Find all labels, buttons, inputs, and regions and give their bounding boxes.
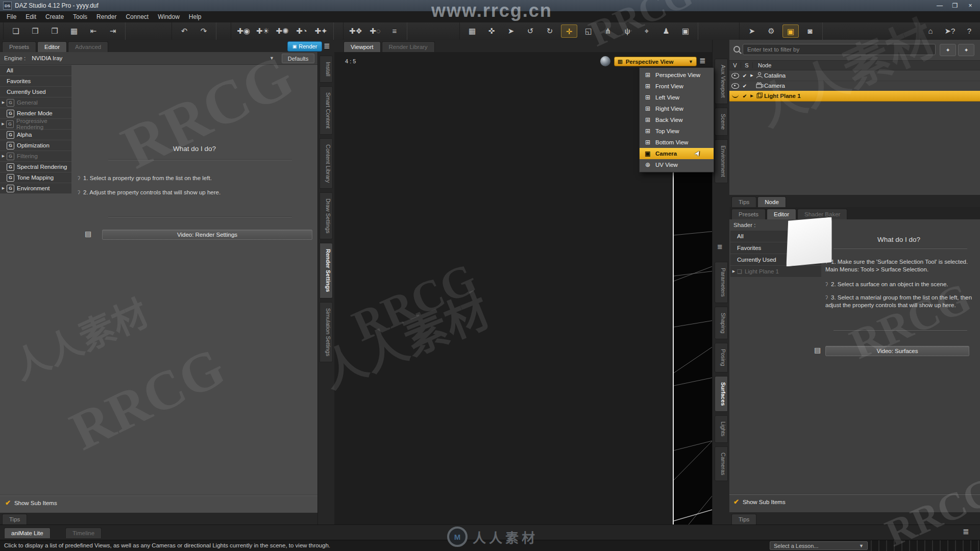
create-distant-light-icon[interactable]: ✚☀ xyxy=(255,24,271,38)
cursor-check-icon[interactable] xyxy=(741,83,749,89)
view-menu-item-front-view[interactable]: ⊞Front View xyxy=(640,81,714,92)
tab-tips[interactable]: Tips xyxy=(2,514,27,524)
property-group-all[interactable]: All xyxy=(0,65,71,76)
menu-window[interactable]: Window xyxy=(153,12,184,21)
scene-node-light-plane-1[interactable]: Light Plane 1 xyxy=(729,91,980,102)
view-menu-item-uv-view[interactable]: ⊕UV View xyxy=(640,159,714,170)
dock-tab-cameras[interactable]: Cameras xyxy=(715,446,728,482)
expander-icon[interactable]: ▶ xyxy=(0,154,7,158)
home-icon[interactable]: ⌂ xyxy=(922,24,939,38)
expander-icon[interactable] xyxy=(749,94,755,98)
tab-advanced[interactable]: Advanced xyxy=(68,41,108,52)
property-group-environment[interactable]: ▶Environment xyxy=(0,183,71,194)
camera-cursor-icon[interactable]: ▣ xyxy=(677,24,694,38)
redo-icon[interactable]: ↷ xyxy=(195,24,212,38)
tab-editor[interactable]: Editor xyxy=(37,41,67,52)
create-point-light-icon[interactable]: ✚✺ xyxy=(274,24,290,38)
video-surfaces-button[interactable]: Video: Surfaces xyxy=(825,346,969,356)
property-group-spectral-rendering[interactable]: Spectral Rendering xyxy=(0,162,71,172)
render-active-icon[interactable]: ▣ xyxy=(782,24,799,38)
orbit-sphere-gizmo[interactable] xyxy=(600,56,610,66)
lesson-strip[interactable] xyxy=(871,540,980,551)
property-group-currently-used[interactable]: Currently Used xyxy=(0,87,71,97)
dock-tab-lights[interactable]: Lights xyxy=(715,415,728,442)
new-file-icon[interactable]: ❏ xyxy=(8,24,24,38)
dock-tab-shaping[interactable]: Shaping xyxy=(715,307,728,339)
menu-connect[interactable]: Connect xyxy=(121,12,153,21)
dock-tab-posing[interactable]: Posing xyxy=(715,343,728,372)
view-menu-item-camera[interactable]: ▣Camera➤ xyxy=(640,148,714,159)
dock-tab-smart-content[interactable]: Smart Content xyxy=(320,86,333,135)
cursor-check-icon[interactable] xyxy=(741,73,749,79)
tab-render-library[interactable]: Render Library xyxy=(382,41,435,52)
export-icon[interactable]: ⇥ xyxy=(105,24,121,38)
view-selector-button[interactable]: ⊞ Perspective View ▼ xyxy=(614,57,697,66)
eye-icon[interactable] xyxy=(731,73,739,79)
minimize-button[interactable]: — xyxy=(932,2,947,9)
tab-shader-baker[interactable]: Shader Baker xyxy=(797,209,847,219)
expander-icon[interactable]: ▶ xyxy=(730,269,737,273)
bone-tool-icon[interactable]: ⋔ xyxy=(600,24,616,38)
property-group-render-mode[interactable]: Render Mode xyxy=(0,108,71,119)
tab-tips[interactable]: Tips xyxy=(731,196,756,207)
view-menu-item-bottom-view[interactable]: ⊞Bottom View xyxy=(640,137,714,148)
dock-tab-simulation-settings[interactable]: Simulation Settings xyxy=(320,302,333,362)
tab-timeline[interactable]: Timeline xyxy=(65,528,102,538)
tab-presets[interactable]: Presets xyxy=(731,209,766,219)
create-spotlight-icon[interactable]: ✚✦ xyxy=(313,24,329,38)
pointer-tool-icon[interactable]: ➤ xyxy=(503,24,519,38)
expander-icon[interactable] xyxy=(749,73,755,78)
tab-animate-lite[interactable]: aniMate Lite xyxy=(4,528,51,538)
filter-next-button[interactable]: ✦ xyxy=(958,44,974,56)
dock-tab-aux-viewport[interactable]: Aux Viewport xyxy=(715,59,728,104)
cursor-check-icon[interactable] xyxy=(741,93,749,99)
shader-item-light-plane-1[interactable]: ▶❑Light Plane 1 xyxy=(730,266,821,278)
gear-tool-icon[interactable]: ⚙ xyxy=(763,24,779,38)
surface-selection-icon[interactable]: ⌖ xyxy=(639,24,655,38)
create-primitive-icon[interactable]: ✚❖ xyxy=(348,24,364,38)
show-sub-items-row[interactable]: Show Sub Items xyxy=(5,499,57,507)
close-button[interactable]: × xyxy=(963,2,978,9)
help-icon[interactable]: ? xyxy=(961,24,977,38)
menu-help[interactable]: Help xyxy=(184,12,206,21)
create-linear-light-icon[interactable]: ✚◔ xyxy=(293,24,310,38)
create-null-icon[interactable]: ✚◌ xyxy=(367,24,383,38)
rotate-cursor-tool-icon[interactable]: ↺ xyxy=(522,24,538,38)
tab-node[interactable]: Node xyxy=(757,196,786,207)
expander-icon[interactable]: ▶ xyxy=(0,122,6,126)
menu-render[interactable]: Render xyxy=(92,12,121,21)
tab-viewport[interactable]: Viewport xyxy=(344,41,381,52)
lesson-dropdown[interactable]: Select a Lesson... ▼ xyxy=(770,541,868,550)
dock-tab-render-settings[interactable]: Render Settings xyxy=(320,243,333,298)
expander-icon[interactable]: ▶ xyxy=(0,101,7,105)
expander-icon[interactable]: ▶ xyxy=(0,186,7,190)
view-menu-item-left-view[interactable]: ⊞Left View xyxy=(640,92,714,103)
tab-presets[interactable]: Presets xyxy=(2,41,36,52)
dock-tab-scene[interactable]: Scene xyxy=(715,108,728,136)
property-group-general[interactable]: ▶General xyxy=(0,97,71,108)
scene-node-camera[interactable]: Camera xyxy=(729,81,980,91)
menu-file[interactable]: File xyxy=(2,12,21,21)
undo-icon[interactable]: ↶ xyxy=(176,24,192,38)
property-group-filtering[interactable]: ▶Filtering xyxy=(0,151,71,162)
menu-create[interactable]: Create xyxy=(41,12,68,21)
eye-closed-icon[interactable] xyxy=(732,94,739,98)
eye-icon[interactable] xyxy=(731,83,739,89)
filter-prev-button[interactable]: ✦ xyxy=(940,44,956,56)
view-menu-item-right-view[interactable]: ⊞Right View xyxy=(640,103,714,114)
joint-editor-icon[interactable]: ψ xyxy=(619,24,635,38)
dock-tab-surfaces[interactable]: Surfaces xyxy=(715,376,728,412)
scene-node-catalina[interactable]: Catalina xyxy=(729,70,980,81)
figure-tool-icon[interactable]: ♟ xyxy=(658,24,674,38)
save-file-icon[interactable]: ▦ xyxy=(66,24,82,38)
defaults-button[interactable]: Defaults xyxy=(282,54,314,63)
menu-edit[interactable]: Edit xyxy=(21,12,41,21)
property-group-progressive-rendering[interactable]: ▶Progressive Rendering xyxy=(0,119,71,130)
dock-tab-environment[interactable]: Environment xyxy=(715,139,728,183)
property-group-alpha[interactable]: Alpha xyxy=(0,130,71,140)
dock-options-icon[interactable]: ≣ xyxy=(717,243,723,251)
dock-tab-parameters[interactable]: Parameters xyxy=(715,262,728,303)
pane-options-icon[interactable]: ≣ xyxy=(963,527,969,536)
create-camera-icon[interactable]: ✚◉ xyxy=(235,24,252,38)
chevron-down-icon[interactable]: ▼ xyxy=(270,56,274,61)
